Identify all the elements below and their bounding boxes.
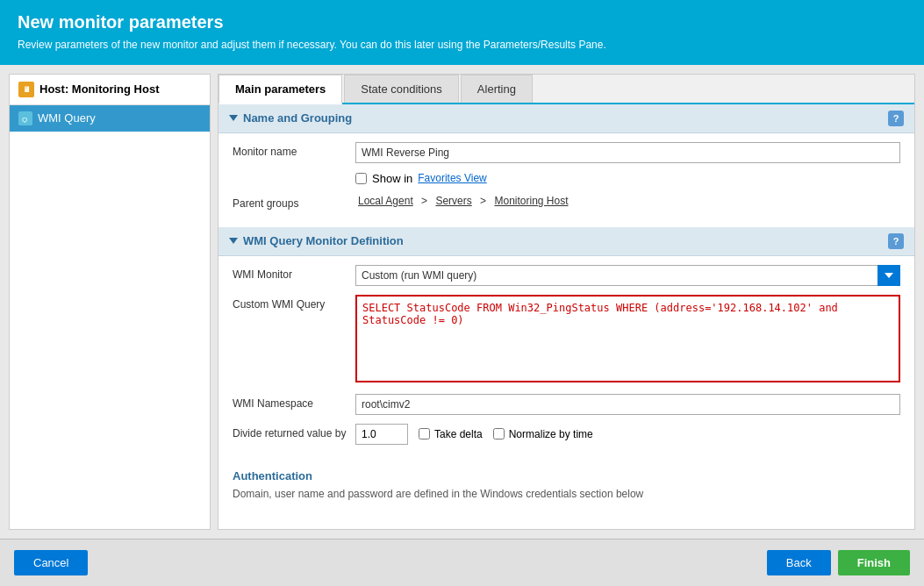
favorites-row: Show in Favorites View bbox=[355, 172, 900, 185]
wmi-namespace-input[interactable] bbox=[355, 394, 900, 415]
wmi-monitor-label: WMI Monitor bbox=[233, 265, 347, 281]
tab-alerting[interactable]: Alerting bbox=[461, 75, 533, 103]
name-grouping-help-button[interactable]: ? bbox=[888, 111, 904, 126]
custom-wmi-textarea-wrapper: SELECT StatusCode FROM Win32_PingStatus … bbox=[355, 295, 900, 385]
take-delta-checkbox[interactable] bbox=[419, 428, 430, 440]
divide-row: Divide returned value by Take delta Norm… bbox=[233, 424, 900, 445]
tab-main-parameters[interactable]: Main parameters bbox=[218, 75, 342, 104]
take-delta-label: Take delta bbox=[434, 428, 483, 440]
cancel-button[interactable]: Cancel bbox=[14, 550, 88, 575]
dialog-title: New monitor parameters bbox=[18, 12, 906, 32]
breadcrumb-sep2: > bbox=[480, 195, 486, 207]
wmi-monitor-row: WMI Monitor Custom (run WMI query) bbox=[233, 265, 900, 286]
auth-description: Domain, user name and password are defin… bbox=[233, 488, 900, 500]
host-item: 🖥 Host: Monitoring Host bbox=[10, 75, 210, 105]
wmi-definition-header: WMI Query Monitor Definition ? bbox=[218, 227, 914, 256]
breadcrumb-part2[interactable]: Servers bbox=[435, 195, 471, 207]
wmi-namespace-row: WMI Namespace bbox=[233, 394, 900, 415]
breadcrumb: Local Agent > Servers > Monitoring Host bbox=[355, 195, 571, 207]
divide-controls: Take delta Normalize by time bbox=[355, 424, 900, 445]
wmi-definition-title: WMI Query Monitor Definition bbox=[243, 234, 404, 247]
name-grouping-title: Name and Grouping bbox=[243, 111, 352, 125]
host-icon: 🖥 bbox=[18, 82, 34, 97]
normalize-checkbox[interactable] bbox=[493, 428, 505, 440]
wmi-query-item[interactable]: Q WMI Query bbox=[10, 105, 210, 132]
take-delta-wrapper: Take delta bbox=[419, 428, 483, 440]
monitor-name-label: Monitor name bbox=[233, 142, 347, 158]
divide-value-input[interactable] bbox=[355, 424, 408, 445]
custom-wmi-label: Custom WMI Query bbox=[233, 295, 347, 311]
breadcrumb-wrapper: Local Agent > Servers > Monitoring Host bbox=[355, 194, 900, 207]
footer: Cancel Back Finish bbox=[0, 539, 924, 586]
right-panel: Main parameters State conditions Alertin… bbox=[218, 74, 915, 530]
host-label: Host: Monitoring Host bbox=[39, 82, 159, 96]
main-container: 🖥 Host: Monitoring Host Q WMI Query Main… bbox=[0, 65, 924, 539]
divide-label: Divide returned value by bbox=[233, 424, 347, 440]
custom-wmi-row: Custom WMI Query SELECT StatusCode FROM … bbox=[233, 295, 900, 385]
dialog-description: Review parameters of the new monitor and… bbox=[18, 38, 906, 53]
parent-groups-label: Parent groups bbox=[233, 194, 347, 210]
dialog-header: New monitor parameters Review parameters… bbox=[0, 0, 924, 65]
normalize-wrapper: Normalize by time bbox=[493, 428, 593, 440]
show-favorites-label: Show in bbox=[372, 172, 412, 185]
breadcrumb-part1[interactable]: Local Agent bbox=[358, 195, 413, 207]
auth-title: Authentication bbox=[233, 469, 900, 482]
wmi-namespace-field-wrapper bbox=[355, 394, 900, 415]
wmi-monitor-select[interactable]: Custom (run WMI query) bbox=[355, 265, 900, 286]
wmi-namespace-label: WMI Namespace bbox=[233, 394, 347, 410]
monitor-name-input[interactable] bbox=[355, 142, 900, 163]
tab-state-conditions[interactable]: State conditions bbox=[344, 75, 459, 103]
custom-wmi-textarea[interactable]: SELECT StatusCode FROM Win32_PingStatus … bbox=[355, 295, 900, 382]
show-favorites-checkbox[interactable] bbox=[355, 173, 367, 184]
wmi-monitor-select-wrapper: Custom (run WMI query) bbox=[355, 265, 900, 286]
breadcrumb-part3[interactable]: Monitoring Host bbox=[494, 195, 568, 207]
authentication-section: Authentication Domain, user name and pas… bbox=[218, 462, 914, 507]
tab-bar: Main parameters State conditions Alertin… bbox=[218, 75, 914, 104]
breadcrumb-sep1: > bbox=[421, 195, 427, 207]
name-grouping-section: Monitor name Show in Favorites View Pare… bbox=[218, 133, 914, 227]
normalize-label: Normalize by time bbox=[509, 428, 593, 440]
finish-button[interactable]: Finish bbox=[838, 550, 910, 575]
favorites-view-link[interactable]: Favorites View bbox=[418, 172, 486, 184]
monitor-name-row: Monitor name bbox=[233, 142, 900, 163]
footer-left-buttons: Cancel bbox=[14, 550, 88, 575]
svg-text:Q: Q bbox=[22, 116, 27, 123]
wmi-query-label: WMI Query bbox=[38, 111, 96, 125]
footer-right-buttons: Back Finish bbox=[767, 550, 910, 575]
left-panel: 🖥 Host: Monitoring Host Q WMI Query bbox=[9, 74, 211, 530]
wmi-definition-section: WMI Monitor Custom (run WMI query) bbox=[218, 256, 914, 462]
collapse-icon[interactable] bbox=[229, 115, 238, 121]
wmi-icon: Q bbox=[18, 111, 32, 125]
name-grouping-header: Name and Grouping ? bbox=[218, 104, 914, 133]
panel-content: Name and Grouping ? Monitor name Show in… bbox=[218, 104, 914, 529]
back-button[interactable]: Back bbox=[767, 550, 831, 575]
wmi-collapse-icon[interactable] bbox=[229, 238, 238, 244]
parent-groups-row: Parent groups Local Agent > Servers > Mo… bbox=[233, 194, 900, 210]
monitor-name-field-wrapper bbox=[355, 142, 900, 163]
wmi-definition-help-button[interactable]: ? bbox=[888, 233, 904, 249]
